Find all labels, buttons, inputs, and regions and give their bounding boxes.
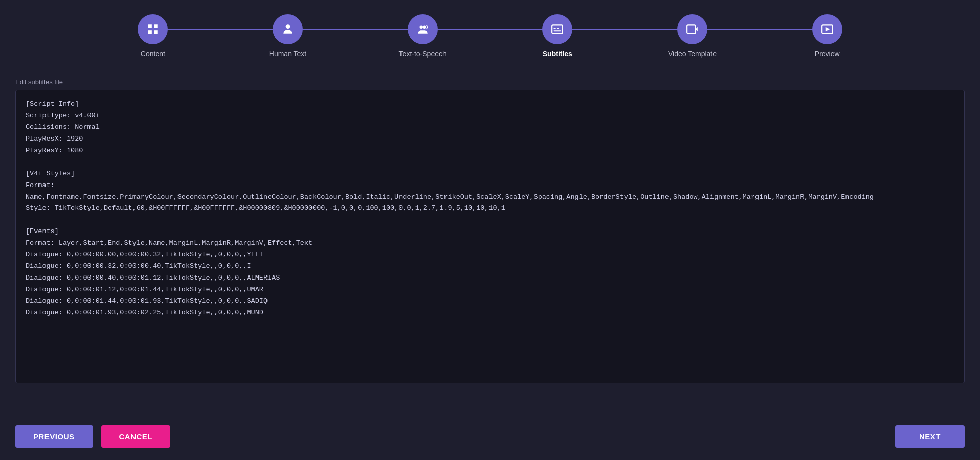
content-icon (146, 23, 159, 36)
step-label-content: Content (141, 50, 165, 58)
svg-rect-11 (687, 25, 695, 33)
human-icon (281, 23, 294, 36)
subtitles-icon (551, 23, 564, 36)
svg-rect-10 (554, 30, 561, 31)
edit-label: Edit subtitles file (15, 78, 965, 86)
step-subtitles[interactable]: Subtitles (490, 14, 625, 58)
subtitle-editor[interactable]: [Script Info] ScriptType: v4.00+ Collisi… (15, 90, 965, 383)
svg-rect-9 (557, 28, 559, 29)
next-button[interactable]: NEXT (895, 425, 965, 448)
step-label-human-text: Human Text (269, 50, 306, 58)
step-circle-human-text (273, 14, 303, 44)
step-content[interactable]: Content (85, 14, 220, 58)
stepper: Content Human Text Text-to-Speech (85, 14, 895, 58)
svg-marker-14 (825, 27, 830, 32)
step-circle-subtitles (542, 14, 572, 44)
footer-right: NEXT (895, 425, 965, 448)
svg-rect-2 (148, 30, 152, 34)
stepper-wrapper: Content Human Text Text-to-Speech (0, 0, 980, 68)
cancel-button[interactable]: CANCEL (101, 425, 171, 448)
step-circle-video-template (677, 14, 707, 44)
tts-icon (416, 23, 429, 36)
svg-rect-0 (148, 24, 152, 28)
step-circle-tts (408, 14, 438, 44)
step-label-tts: Text-to-Speech (399, 50, 447, 58)
step-label-subtitles: Subtitles (543, 50, 572, 58)
step-label-preview: Preview (815, 50, 840, 58)
step-preview[interactable]: Preview (760, 14, 895, 58)
svg-point-4 (286, 24, 290, 29)
svg-rect-1 (154, 24, 158, 28)
preview-icon (821, 23, 834, 36)
step-circle-content (138, 14, 168, 44)
footer: PREVIOUS CANCEL NEXT (0, 417, 980, 460)
main-content: Edit subtitles file [Script Info] Script… (0, 68, 980, 417)
step-tts[interactable]: Text-to-Speech (355, 14, 490, 58)
step-label-video-template: Video Template (668, 50, 717, 58)
step-human-text[interactable]: Human Text (220, 14, 355, 58)
svg-rect-3 (154, 30, 158, 34)
step-circle-preview (812, 14, 842, 44)
step-video-template[interactable]: Video Template (625, 14, 760, 58)
previous-button[interactable]: PREVIOUS (15, 425, 93, 448)
svg-point-5 (419, 25, 423, 29)
svg-rect-8 (554, 28, 556, 29)
svg-point-6 (423, 25, 426, 29)
video-icon (686, 23, 699, 36)
